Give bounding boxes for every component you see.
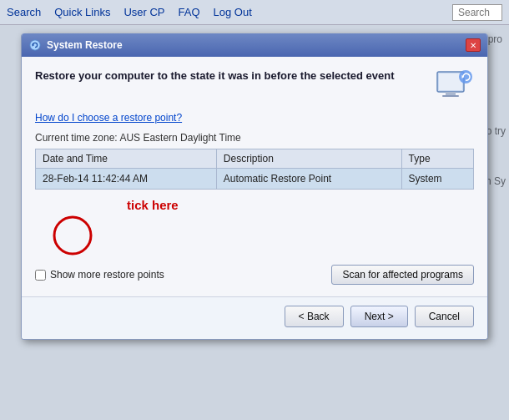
- help-link[interactable]: How do I choose a restore point?: [35, 112, 182, 124]
- col-header-date: Date and Time: [36, 149, 217, 169]
- svg-point-0: [30, 40, 40, 50]
- nav-buttons: < Back Next > Cancel: [22, 296, 487, 339]
- tick-here-annotation: tick here: [127, 198, 179, 212]
- top-search-input[interactable]: [452, 4, 502, 21]
- dialog-body: Restore your computer to the state it wa…: [22, 57, 487, 296]
- cell-description: Automatic Restore Point: [216, 169, 401, 190]
- annotation-area: tick here: [35, 190, 474, 256]
- back-button[interactable]: < Back: [285, 306, 344, 327]
- show-more-checkbox[interactable]: [35, 270, 46, 281]
- col-header-type: Type: [401, 149, 473, 169]
- nav-link-usercp[interactable]: User CP: [123, 6, 164, 18]
- nav-link-search[interactable]: Search: [7, 6, 41, 18]
- modal-overlay: System Restore ✕ Restore your computer t…: [0, 25, 509, 420]
- dialog-header: Restore your computer to the state it wa…: [35, 68, 474, 102]
- cell-type: System: [401, 169, 473, 190]
- dialog-header-text: Restore your computer to the state it wa…: [35, 68, 426, 83]
- timezone-info: Current time zone: AUS Eastern Daylight …: [35, 132, 474, 144]
- svg-point-8: [54, 217, 91, 254]
- show-more-label[interactable]: Show more restore points: [35, 269, 331, 281]
- bottom-controls: Show more restore points Scan for affect…: [35, 258, 474, 288]
- dialog-title: System Restore: [47, 39, 466, 51]
- next-button[interactable]: Next >: [350, 306, 408, 327]
- cell-date: 28-Feb-14 11:42:44 AM: [36, 169, 217, 190]
- system-restore-dialog: System Restore ✕ Restore your computer t…: [21, 33, 488, 340]
- top-nav-bar: Search Quick Links User CP FAQ Log Out: [0, 0, 509, 25]
- svg-rect-4: [446, 92, 456, 95]
- show-more-text: Show more restore points: [50, 269, 164, 281]
- restore-points-table: Date and Time Description Type 28-Feb-14…: [35, 149, 474, 190]
- svg-rect-5: [442, 95, 459, 97]
- circle-annotation-icon: [52, 215, 93, 256]
- table-row[interactable]: 28-Feb-14 11:42:44 AMAutomatic Restore P…: [36, 169, 474, 190]
- computer-restore-icon: [434, 68, 474, 102]
- close-button[interactable]: ✕: [466, 38, 481, 52]
- title-bar: System Restore ✕: [22, 33, 487, 57]
- scan-affected-button[interactable]: Scan for affected programs: [331, 265, 474, 285]
- col-header-description: Description: [216, 149, 401, 169]
- system-restore-icon: [28, 38, 42, 52]
- nav-link-quicklinks[interactable]: Quick Links: [54, 6, 110, 18]
- svg-rect-3: [439, 73, 462, 90]
- nav-link-faq[interactable]: FAQ: [179, 6, 200, 18]
- nav-link-logout[interactable]: Log Out: [214, 6, 252, 18]
- cancel-button[interactable]: Cancel: [415, 306, 474, 327]
